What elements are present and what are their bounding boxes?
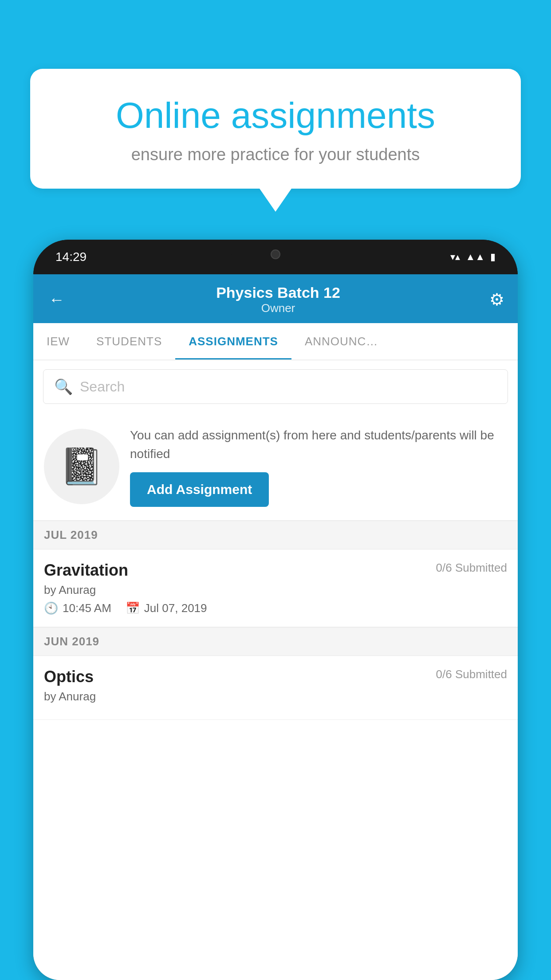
clock-icon: 🕙	[44, 601, 58, 615]
app-header: ← Physics Batch 12 Owner ⚙	[33, 274, 518, 323]
tab-iew[interactable]: IEW	[33, 323, 83, 360]
section-header-jul: JUL 2019	[33, 521, 518, 549]
back-button[interactable]: ←	[47, 288, 67, 311]
status-time: 14:29	[55, 250, 87, 264]
calendar-icon: 📅	[126, 601, 140, 615]
assignment-item-gravitation[interactable]: Gravitation 0/6 Submitted by Anurag 🕙 10…	[33, 549, 518, 627]
tab-students[interactable]: STUDENTS	[83, 323, 175, 360]
assignment-item-optics[interactable]: Optics 0/6 Submitted by Anurag	[33, 656, 518, 720]
status-bar: 14:29 ▾▴ ▲▲ ▮	[33, 240, 518, 274]
assignment-submitted-optics: 0/6 Submitted	[436, 668, 507, 681]
tab-announcements[interactable]: ANNOUNC…	[291, 323, 391, 360]
signal-icon: ▲▲	[465, 251, 485, 263]
notebook-icon: 📓	[59, 446, 104, 487]
promo-right: You can add assignment(s) from here and …	[130, 426, 507, 507]
phone-notch	[231, 240, 320, 269]
battery-icon: ▮	[490, 251, 496, 263]
section-header-jun: JUN 2019	[33, 627, 518, 656]
content-area: 🔍 Search 📓 You can add assignment(s) fro…	[33, 360, 518, 980]
speech-bubble-subtitle: ensure more practice for your students	[61, 145, 490, 164]
assignment-title-optics: Optics	[44, 668, 94, 686]
assignment-header-row: Gravitation 0/6 Submitted	[44, 561, 507, 580]
page-subtitle: Owner	[67, 301, 489, 315]
header-title-group: Physics Batch 12 Owner	[67, 284, 489, 315]
assignment-submitted-gravitation: 0/6 Submitted	[436, 561, 507, 575]
search-input-wrapper[interactable]: 🔍 Search	[43, 369, 508, 404]
tab-iew-label: IEW	[47, 335, 70, 348]
assignment-meta-gravitation: 🕙 10:45 AM 📅 Jul 07, 2019	[44, 601, 507, 615]
tab-assignments-label: ASSIGNMENTS	[189, 335, 278, 348]
settings-icon[interactable]: ⚙	[489, 290, 504, 309]
promo-description: You can add assignment(s) from here and …	[130, 426, 507, 463]
page-title: Physics Batch 12	[67, 284, 489, 301]
assignment-by-gravitation: by Anurag	[44, 583, 507, 597]
tabs-container: IEW STUDENTS ASSIGNMENTS ANNOUNC…	[33, 323, 518, 360]
status-icons: ▾▴ ▲▲ ▮	[450, 251, 496, 263]
speech-bubble: Online assignments ensure more practice …	[30, 69, 521, 189]
wifi-icon: ▾▴	[450, 251, 460, 263]
search-container: 🔍 Search	[33, 360, 518, 413]
promo-container: 📓 You can add assignment(s) from here an…	[33, 413, 518, 521]
add-assignment-button[interactable]: Add Assignment	[130, 472, 269, 507]
assignment-time-gravitation: 🕙 10:45 AM	[44, 601, 111, 615]
assignment-by-optics: by Anurag	[44, 690, 507, 703]
camera	[271, 249, 280, 259]
assignment-header-row-optics: Optics 0/6 Submitted	[44, 668, 507, 686]
search-icon: 🔍	[54, 378, 73, 395]
assignment-date-gravitation: 📅 Jul 07, 2019	[126, 601, 207, 615]
assignment-time-value: 10:45 AM	[63, 601, 111, 615]
assignment-date-value: Jul 07, 2019	[144, 601, 207, 615]
phone-screen: ← Physics Batch 12 Owner ⚙ IEW STUDENTS …	[33, 274, 518, 980]
phone-frame: 14:29 ▾▴ ▲▲ ▮ ← Physics Batch 12 Owner ⚙…	[33, 240, 518, 980]
speech-bubble-container: Online assignments ensure more practice …	[30, 69, 521, 189]
assignment-icon-circle: 📓	[44, 429, 119, 504]
speech-bubble-title: Online assignments	[61, 95, 490, 135]
tab-announcements-label: ANNOUNC…	[305, 335, 378, 348]
assignment-title-gravitation: Gravitation	[44, 561, 128, 580]
search-placeholder-text: Search	[80, 379, 125, 395]
tab-assignments[interactable]: ASSIGNMENTS	[175, 323, 291, 360]
tab-students-label: STUDENTS	[96, 335, 162, 348]
